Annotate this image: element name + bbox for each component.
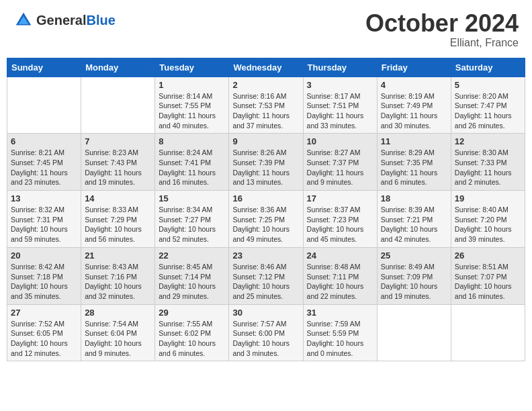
day-of-week-tuesday: Tuesday [155, 58, 229, 77]
day-detail: Sunrise: 8:36 AM Sunset: 7:25 PM Dayligh… [232, 205, 299, 244]
day-detail: Sunrise: 8:45 AM Sunset: 7:14 PM Dayligh… [159, 262, 225, 302]
day-detail: Sunrise: 8:43 AM Sunset: 7:16 PM Dayligh… [85, 262, 151, 302]
day-detail: Sunrise: 8:19 AM Sunset: 7:49 PM Dayligh… [381, 91, 447, 131]
day-detail: Sunrise: 8:24 AM Sunset: 7:41 PM Dayligh… [159, 148, 225, 187]
calendar-cell: 27Sunrise: 7:52 AM Sunset: 6:05 PM Dayli… [7, 304, 81, 361]
day-number: 15 [159, 193, 225, 203]
day-detail: Sunrise: 8:20 AM Sunset: 7:47 PM Dayligh… [455, 91, 521, 131]
day-detail: Sunrise: 8:21 AM Sunset: 7:45 PM Dayligh… [11, 148, 77, 187]
calendar-cell: 25Sunrise: 8:49 AM Sunset: 7:09 PM Dayli… [377, 247, 451, 304]
day-number: 31 [307, 308, 373, 318]
calendar-week-row: 13Sunrise: 8:32 AM Sunset: 7:31 PM Dayli… [7, 191, 525, 248]
location-subtitle: Elliant, France [365, 37, 519, 49]
calendar-cell: 2Sunrise: 8:16 AM Sunset: 7:53 PM Daylig… [229, 77, 303, 134]
calendar-cell: 19Sunrise: 8:40 AM Sunset: 7:20 PM Dayli… [451, 191, 525, 248]
day-number: 24 [307, 250, 373, 261]
day-detail: Sunrise: 8:26 AM Sunset: 7:39 PM Dayligh… [232, 148, 299, 187]
calendar-cell: 20Sunrise: 8:42 AM Sunset: 7:18 PM Dayli… [7, 247, 81, 304]
calendar-cell [451, 304, 525, 361]
day-number: 21 [85, 250, 151, 261]
calendar-cell: 18Sunrise: 8:39 AM Sunset: 7:21 PM Dayli… [377, 191, 451, 248]
day-of-week-sunday: Sunday [7, 58, 81, 77]
day-detail: Sunrise: 8:27 AM Sunset: 7:37 PM Dayligh… [307, 148, 373, 187]
calendar-cell: 22Sunrise: 8:45 AM Sunset: 7:14 PM Dayli… [155, 247, 229, 304]
day-detail: Sunrise: 8:48 AM Sunset: 7:11 PM Dayligh… [307, 262, 373, 302]
calendar-cell: 28Sunrise: 7:54 AM Sunset: 6:04 PM Dayli… [81, 304, 155, 361]
calendar-cell: 5Sunrise: 8:20 AM Sunset: 7:47 PM Daylig… [451, 77, 525, 134]
calendar-cell: 30Sunrise: 7:57 AM Sunset: 6:00 PM Dayli… [229, 304, 303, 361]
calendar-cell: 12Sunrise: 8:30 AM Sunset: 7:33 PM Dayli… [451, 134, 525, 191]
header: GeneralBlue October 2024 Elliant, France [7, 7, 525, 52]
calendar-week-row: 6Sunrise: 8:21 AM Sunset: 7:45 PM Daylig… [7, 134, 525, 191]
calendar-cell: 8Sunrise: 8:24 AM Sunset: 7:41 PM Daylig… [155, 134, 229, 191]
calendar: SundayMondayTuesdayWednesdayThursdayFrid… [7, 58, 525, 362]
calendar-cell: 16Sunrise: 8:36 AM Sunset: 7:25 PM Dayli… [229, 191, 303, 248]
calendar-cell: 13Sunrise: 8:32 AM Sunset: 7:31 PM Dayli… [7, 191, 81, 248]
day-number: 6 [11, 136, 77, 146]
day-detail: Sunrise: 8:14 AM Sunset: 7:55 PM Dayligh… [159, 91, 225, 131]
day-number: 27 [11, 308, 77, 318]
calendar-cell: 9Sunrise: 8:26 AM Sunset: 7:39 PM Daylig… [229, 134, 303, 191]
day-detail: Sunrise: 8:42 AM Sunset: 7:18 PM Dayligh… [11, 262, 77, 302]
day-detail: Sunrise: 7:59 AM Sunset: 5:59 PM Dayligh… [307, 319, 373, 359]
day-number: 1 [159, 80, 225, 90]
day-detail: Sunrise: 7:54 AM Sunset: 6:04 PM Dayligh… [85, 319, 151, 359]
calendar-cell: 4Sunrise: 8:19 AM Sunset: 7:49 PM Daylig… [377, 77, 451, 134]
logo: GeneralBlue [13, 10, 116, 30]
day-number: 16 [232, 193, 299, 203]
day-number: 23 [232, 250, 299, 261]
calendar-week-row: 20Sunrise: 8:42 AM Sunset: 7:18 PM Dayli… [7, 247, 525, 304]
day-detail: Sunrise: 8:51 AM Sunset: 7:07 PM Dayligh… [455, 262, 521, 302]
day-detail: Sunrise: 8:46 AM Sunset: 7:12 PM Dayligh… [232, 262, 299, 302]
day-number: 14 [85, 193, 151, 203]
day-of-week-friday: Friday [377, 58, 451, 77]
calendar-header-row: SundayMondayTuesdayWednesdayThursdayFrid… [7, 58, 525, 77]
day-number: 18 [381, 193, 447, 203]
calendar-cell: 23Sunrise: 8:46 AM Sunset: 7:12 PM Dayli… [229, 247, 303, 304]
day-detail: Sunrise: 8:29 AM Sunset: 7:35 PM Dayligh… [381, 148, 447, 187]
day-of-week-wednesday: Wednesday [229, 58, 303, 77]
day-number: 11 [381, 136, 447, 146]
calendar-cell [7, 77, 81, 134]
day-number: 25 [381, 250, 447, 261]
day-detail: Sunrise: 7:57 AM Sunset: 6:00 PM Dayligh… [232, 319, 299, 359]
day-number: 13 [11, 193, 77, 203]
day-detail: Sunrise: 8:37 AM Sunset: 7:23 PM Dayligh… [307, 205, 373, 244]
day-of-week-monday: Monday [81, 58, 155, 77]
day-detail: Sunrise: 8:39 AM Sunset: 7:21 PM Dayligh… [381, 205, 447, 244]
day-of-week-saturday: Saturday [451, 58, 525, 77]
day-detail: Sunrise: 8:16 AM Sunset: 7:53 PM Dayligh… [232, 91, 299, 131]
calendar-cell: 26Sunrise: 8:51 AM Sunset: 7:07 PM Dayli… [451, 247, 525, 304]
day-number: 4 [381, 80, 447, 90]
day-detail: Sunrise: 8:30 AM Sunset: 7:33 PM Dayligh… [455, 148, 521, 187]
day-number: 5 [455, 80, 521, 90]
day-number: 17 [307, 193, 373, 203]
calendar-cell: 21Sunrise: 8:43 AM Sunset: 7:16 PM Dayli… [81, 247, 155, 304]
calendar-cell: 15Sunrise: 8:34 AM Sunset: 7:27 PM Dayli… [155, 191, 229, 248]
calendar-cell: 29Sunrise: 7:55 AM Sunset: 6:02 PM Dayli… [155, 304, 229, 361]
day-detail: Sunrise: 8:49 AM Sunset: 7:09 PM Dayligh… [381, 262, 447, 302]
day-number: 28 [85, 308, 151, 318]
calendar-cell: 31Sunrise: 7:59 AM Sunset: 5:59 PM Dayli… [303, 304, 377, 361]
logo-icon [13, 10, 34, 30]
day-detail: Sunrise: 8:33 AM Sunset: 7:29 PM Dayligh… [85, 205, 151, 244]
calendar-cell [81, 77, 155, 134]
calendar-cell [377, 304, 451, 361]
day-of-week-thursday: Thursday [303, 58, 377, 77]
day-detail: Sunrise: 8:17 AM Sunset: 7:51 PM Dayligh… [307, 91, 373, 131]
day-detail: Sunrise: 8:32 AM Sunset: 7:31 PM Dayligh… [11, 205, 77, 244]
calendar-cell: 1Sunrise: 8:14 AM Sunset: 7:55 PM Daylig… [155, 77, 229, 134]
day-number: 10 [307, 136, 373, 146]
day-number: 29 [159, 308, 225, 318]
calendar-cell: 7Sunrise: 8:23 AM Sunset: 7:43 PM Daylig… [81, 134, 155, 191]
day-detail: Sunrise: 8:34 AM Sunset: 7:27 PM Dayligh… [159, 205, 225, 244]
day-number: 20 [11, 250, 77, 261]
day-number: 8 [159, 136, 225, 146]
calendar-cell: 11Sunrise: 8:29 AM Sunset: 7:35 PM Dayli… [377, 134, 451, 191]
day-number: 12 [455, 136, 521, 146]
calendar-cell: 17Sunrise: 8:37 AM Sunset: 7:23 PM Dayli… [303, 191, 377, 248]
day-number: 3 [307, 80, 373, 90]
day-number: 2 [232, 80, 299, 90]
day-number: 7 [85, 136, 151, 146]
calendar-cell: 24Sunrise: 8:48 AM Sunset: 7:11 PM Dayli… [303, 247, 377, 304]
